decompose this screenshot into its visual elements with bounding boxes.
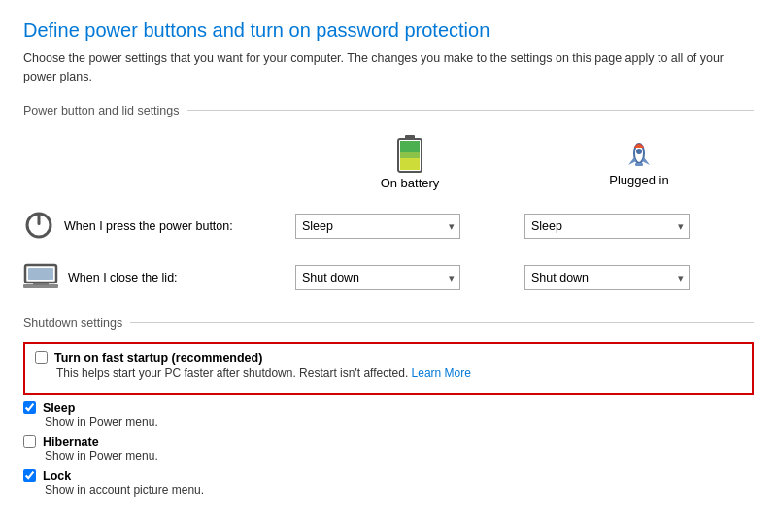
power-button-lid-section-label: Power button and lid settings [23,104,754,117]
shutdown-section-label: Shutdown settings [23,316,754,330]
lid-plugged-in-dropdown-container: Sleep Shut down Hibernate Turn off the d… [524,265,690,290]
sleep-label[interactable]: Sleep [43,401,75,415]
sleep-checkbox[interactable] [23,401,36,414]
fast-startup-checkbox[interactable] [35,351,48,364]
fast-startup-row: Turn on fast startup (recommended) [35,351,742,365]
lock-label[interactable]: Lock [43,469,71,482]
on-battery-header: On battery [295,129,524,200]
power-button-plugged-in-dropdown-container: Sleep Shut down Hibernate Turn off the d… [524,214,690,239]
lid-row-label: When I close the lid: [23,253,295,303]
plugged-in-label: Plugged in [609,173,668,187]
power-button-icon [23,210,54,244]
sleep-desc: Show in Power menu. [45,416,754,429]
fast-startup-box: Turn on fast startup (recommended) This … [23,342,754,395]
shutdown-items: Turn on fast startup (recommended) This … [23,342,754,497]
lid-on-battery-wrapper: Sleep Shut down Hibernate Turn off the d… [295,257,524,298]
lid-icon [23,263,58,293]
power-button-on-battery-wrapper: Sleep Shut down Hibernate Turn off the d… [295,206,524,247]
lock-desc: Show in account picture menu. [45,483,754,497]
svg-point-8 [636,149,642,154]
power-button-label: When I press the power button: [64,219,233,233]
power-grid: On battery Plugged in When I press the p… [23,129,754,303]
lock-checkbox[interactable] [23,469,36,482]
svg-rect-2 [400,141,420,152]
lid-on-battery-dropdown-container: Sleep Shut down Hibernate Turn off the d… [295,265,460,290]
page-title: Define power buttons and turn on passwor… [23,19,754,42]
power-button-plugged-in-select[interactable]: Sleep Shut down Hibernate Turn off the d… [524,214,690,239]
hibernate-checkbox[interactable] [23,435,36,448]
hibernate-desc: Show in Power menu. [45,449,754,463]
battery-icon [396,135,423,176]
hibernate-item: Hibernate Show in Power menu. [23,435,754,463]
lid-label: When I close the lid: [68,271,178,284]
fast-startup-item: Turn on fast startup (recommended) This … [35,351,742,380]
lock-row: Lock [23,469,754,482]
sleep-row: Sleep [23,401,754,415]
lid-on-battery-select[interactable]: Sleep Shut down Hibernate Turn off the d… [295,265,460,290]
lock-item: Lock Show in account picture menu. [23,469,754,497]
svg-rect-13 [28,268,53,280]
plugged-in-icon [622,138,657,173]
power-button-row-label: When I press the power button: [23,200,295,253]
svg-rect-9 [635,163,643,166]
power-button-plugged-in-wrapper: Sleep Shut down Hibernate Turn off the d… [524,206,754,247]
hibernate-row: Hibernate [23,435,754,449]
lid-plugged-in-wrapper: Sleep Shut down Hibernate Turn off the d… [524,257,754,298]
sleep-item: Sleep Show in Power menu. [23,401,754,429]
svg-rect-4 [400,158,420,170]
svg-rect-15 [33,283,49,285]
svg-rect-11 [38,214,41,225]
on-battery-label: On battery [381,176,440,190]
fast-startup-label[interactable]: Turn on fast startup (recommended) [54,351,262,365]
page-description: Choose the power settings that you want … [23,50,754,86]
hibernate-label[interactable]: Hibernate [43,435,99,449]
fast-startup-desc: This helps start your PC faster after sh… [56,366,742,380]
svg-rect-3 [400,152,420,158]
power-button-on-battery-select[interactable]: Sleep Shut down Hibernate Turn off the d… [295,214,460,239]
shutdown-section: Shutdown settings Turn on fast startup (… [23,316,754,497]
lid-plugged-in-select[interactable]: Sleep Shut down Hibernate Turn off the d… [524,265,690,290]
power-button-on-battery-dropdown-container: Sleep Shut down Hibernate Turn off the d… [295,214,460,239]
plugged-in-header: Plugged in [524,132,754,197]
learn-more-link[interactable]: Learn More [412,366,471,380]
